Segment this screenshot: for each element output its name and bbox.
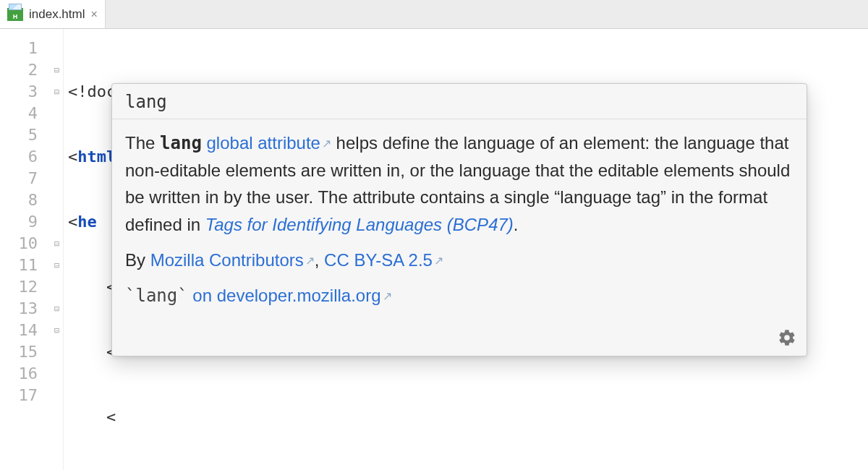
fold-handle-icon[interactable]: ⊟ [51, 81, 63, 103]
global-attribute-link[interactable]: global attribute↗ [207, 133, 331, 153]
html-file-icon: H [7, 8, 23, 21]
line-number: 15 [0, 341, 38, 363]
line-number: 8 [0, 189, 38, 211]
external-link-icon: ↗ [383, 288, 392, 306]
tab-filename: index.html [29, 7, 85, 22]
line-number: 7 [0, 168, 38, 189]
external-link-icon: ↗ [322, 135, 331, 153]
line-number: 13 [0, 298, 38, 320]
fold-handle-icon[interactable]: ⊟ [51, 233, 63, 255]
doc-text: . [514, 215, 519, 234]
line-number: 14 [0, 320, 38, 341]
line-number: 5 [0, 124, 38, 146]
documentation-popup: lang The lang global attribute↗ helps de… [111, 83, 807, 356]
line-number: 6 [0, 146, 38, 168]
doc-text: By [125, 250, 150, 270]
line-number: 17 [0, 385, 38, 406]
fold-handle-icon[interactable]: ⊟ [51, 59, 63, 81]
fold-handle-icon[interactable]: ⊟ [51, 255, 63, 276]
doc-text: The [125, 133, 160, 153]
fold-column: ⊟ ⊟ ⊟ ⊟ ⊟ ⊟ [51, 29, 64, 470]
mdn-source-link[interactable]: `lang` on developer.mozilla.org↗ [125, 286, 392, 305]
external-link-icon: ↗ [305, 252, 315, 270]
external-link-icon: ↗ [434, 252, 443, 270]
license-link[interactable]: CC BY-SA 2.5↗ [324, 250, 443, 270]
line-gutter: 1 2 3 4 5 6 7 8 9 10 11 12 13 14 15 16 1… [0, 29, 51, 470]
line-number: 4 [0, 103, 38, 124]
line-number: 2 [0, 59, 38, 81]
line-number: 3 [0, 81, 38, 103]
line-number: 9 [0, 211, 38, 233]
gear-icon[interactable] [778, 328, 796, 347]
line-number: 10 [0, 233, 38, 255]
fold-handle-icon[interactable]: ⊟ [51, 298, 63, 320]
editor[interactable]: 1 2 3 4 5 6 7 8 9 10 11 12 13 14 15 16 1… [0, 29, 868, 470]
doc-popup-title: lang [112, 84, 807, 119]
mozilla-contributors-link[interactable]: Mozilla Contributors↗ [150, 250, 315, 270]
doc-text [202, 133, 207, 153]
doc-popup-body: The lang global attribute↗ helps define … [112, 119, 807, 325]
editor-tab[interactable]: H index.html × [0, 0, 106, 28]
line-number: 12 [0, 276, 38, 298]
close-icon[interactable]: × [90, 8, 97, 21]
line-number: 16 [0, 363, 38, 385]
code-line: < [68, 406, 868, 428]
bcp47-link[interactable]: Tags for Identifying Languages (BCP47) [205, 215, 514, 234]
line-number: 1 [0, 38, 38, 59]
line-number: 11 [0, 255, 38, 276]
tab-bar: H index.html × [0, 0, 868, 29]
doc-text: lang [160, 133, 202, 153]
fold-handle-icon[interactable]: ⊟ [51, 320, 63, 341]
doc-text: , [315, 250, 324, 270]
